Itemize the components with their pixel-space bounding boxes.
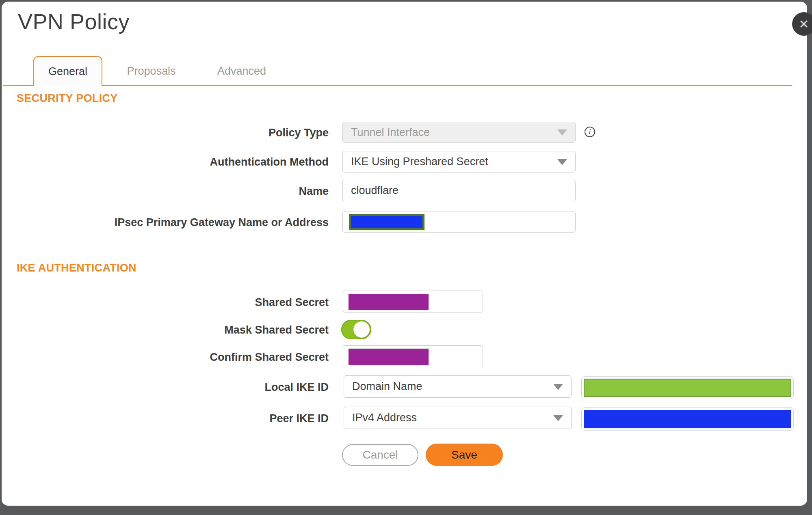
close-button[interactable]: ✕ [792, 12, 812, 36]
authentication-method-select[interactable]: IKE Using Preshared Secret [342, 151, 576, 172]
tab-proposals[interactable]: Proposals [122, 56, 181, 86]
peer-ike-id-type: IPv4 Address [352, 412, 417, 424]
close-icon: ✕ [799, 17, 809, 31]
redacted-peer-ike-id-value [584, 410, 791, 428]
tab-general[interactable]: General [33, 56, 102, 86]
tab-advanced-label: Advanced [217, 65, 266, 77]
peer-ike-id-label: Peer IKE ID [61, 412, 329, 425]
local-ike-id-type: Domain Name [352, 380, 422, 393]
redacted-gateway-value [349, 214, 424, 230]
info-icon[interactable]: i [585, 127, 595, 137]
chevron-down-icon [557, 159, 567, 165]
shared-secret-label: Shared Secret [61, 296, 329, 309]
confirm-shared-secret-input[interactable] [343, 345, 483, 367]
redacted-confirm-shared-secret-value [349, 349, 429, 365]
authentication-method-label: Authentication Method [61, 156, 329, 168]
redacted-local-ike-id-value [584, 379, 791, 397]
local-ike-id-select[interactable]: Domain Name [344, 375, 572, 398]
tab-proposals-label: Proposals [127, 65, 175, 77]
local-ike-id-value-box[interactable] [581, 376, 794, 399]
policy-type-value: Tunnel Interface [351, 126, 430, 139]
page-title: VPN Policy [18, 9, 130, 34]
chevron-down-icon [553, 415, 563, 421]
policy-type-select: Tunnel Interface [342, 122, 576, 143]
ipsec-primary-gateway-label: IPsec Primary Gateway Name or Address [61, 216, 329, 229]
save-button[interactable]: Save [426, 444, 503, 466]
tab-advanced[interactable]: Advanced [211, 56, 272, 86]
toggle-knob [353, 321, 370, 338]
ipsec-primary-gateway-input[interactable] [342, 211, 576, 233]
confirm-shared-secret-label: Confirm Shared Secret [61, 351, 329, 364]
tabs-underline [3, 85, 792, 86]
peer-ike-id-value-box[interactable] [581, 407, 794, 431]
local-ike-id-label: Local IKE ID [61, 381, 329, 394]
authentication-method-value: IKE Using Preshared Secret [351, 155, 488, 168]
mask-shared-secret-toggle[interactable] [341, 320, 371, 339]
section-ike-authentication: IKE AUTHENTICATION [17, 262, 136, 274]
name-label: Name [61, 185, 329, 198]
page-background: { "dialog": { "title": "VPN Policy", "cl… [0, 0, 812, 515]
mask-shared-secret-label: Mask Shared Secret [61, 324, 329, 336]
peer-ike-id-select[interactable]: IPv4 Address [344, 407, 572, 429]
cancel-button[interactable]: Cancel [342, 444, 418, 466]
tab-general-label: General [48, 65, 87, 78]
chevron-down-icon [553, 384, 563, 390]
name-input[interactable]: cloudflare [342, 180, 576, 201]
shared-secret-input[interactable] [343, 291, 483, 312]
redacted-shared-secret-value [349, 294, 429, 310]
section-security-policy: SECURITY POLICY [17, 92, 118, 105]
policy-type-label: Policy Type [61, 127, 329, 139]
chevron-down-icon [557, 129, 567, 136]
name-value: cloudflare [351, 184, 398, 197]
